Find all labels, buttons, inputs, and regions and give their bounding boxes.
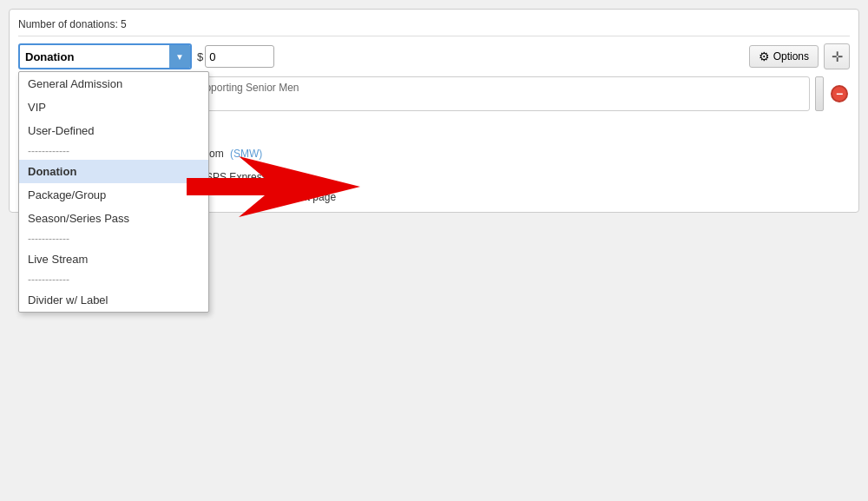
dropdown-item-vip[interactable]: VIP [19,96,208,119]
dropdown-separator-3: ------------ [19,271,208,288]
smw-link[interactable]: (SMW) [227,148,263,160]
price-section: $ [197,45,274,68]
move-icon: ✛ [832,49,843,65]
delete-icon: − [831,85,848,102]
dropdown-arrow-icon[interactable]: ▼ [169,45,190,68]
type-select-text: Donation [20,50,169,63]
scroll-handle[interactable] [815,76,824,111]
move-button[interactable]: ✛ [824,43,850,69]
delete-button[interactable]: − [829,83,850,104]
dropdown-item-season-pass[interactable]: Season/Series Pass [19,207,208,230]
price-input[interactable] [205,45,274,68]
options-label: Options [773,50,809,63]
dropdown-item-general-admission[interactable]: General Admission [19,72,208,96]
dropdown-item-live-stream[interactable]: Live Stream [19,247,208,271]
dropdown-item-user-defined[interactable]: User-Defined [19,119,208,142]
type-dropdown-wrapper: Donation ▼ General Admission VIP User-De… [18,43,192,69]
gear-icon: ⚙ [759,49,770,63]
options-button[interactable]: ⚙ Options [749,45,819,68]
row-controls: Donation ▼ General Admission VIP User-De… [18,43,850,69]
dropdown-separator-2: ------------ [19,230,208,247]
dollar-sign: $ [197,50,203,63]
dropdown-item-divider-label[interactable]: Divider w/ Label [19,288,208,312]
on-event-label: on event page [270,191,336,203]
dropdown-item-donation[interactable]: Donation [19,160,208,183]
dropdown-menu: General Admission VIP User-Defined -----… [18,71,209,313]
main-container: Number of donations: 5 Donation ▼ Genera… [9,9,859,213]
dropdown-item-package-group[interactable]: Package/Group [19,183,208,207]
dropdown-separator-1: ------------ [19,142,208,160]
description-text-box: Thank you for supporting Senior Men and … [122,76,810,111]
donations-count: Number of donations: 5 [18,18,850,36]
type-select[interactable]: Donation ▼ [18,43,192,69]
